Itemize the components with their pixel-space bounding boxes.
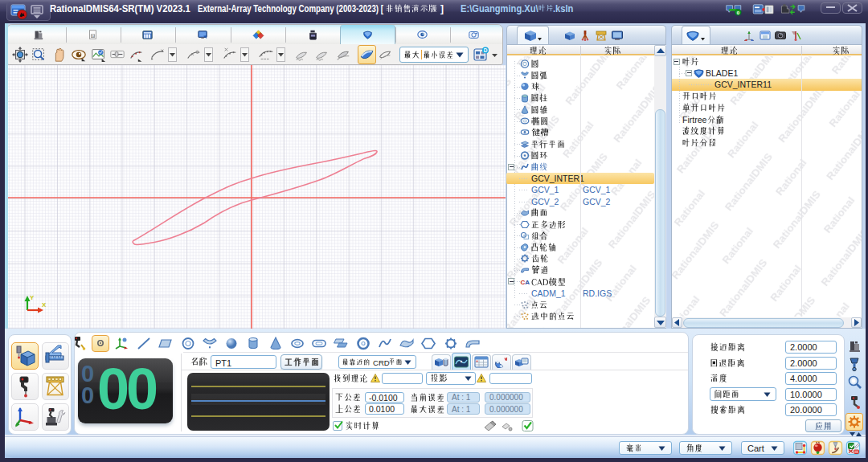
svg-text:CAD: CAD	[521, 278, 530, 285]
svg-text:X: X	[42, 301, 47, 309]
svg-text:Y: Y	[30, 294, 35, 301]
svg-text:D: D	[484, 47, 488, 53]
